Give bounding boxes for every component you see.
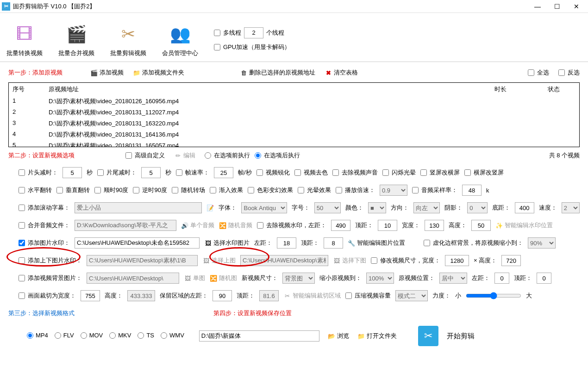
- cw90-checkbox[interactable]: [94, 187, 101, 193]
- exec-before-radio[interactable]: [205, 152, 211, 159]
- shadow-select[interactable]: 0: [467, 202, 487, 213]
- speed-checkbox[interactable]: [336, 187, 342, 193]
- convert-video-button[interactable]: 🎞 批量转换视频: [6, 21, 43, 57]
- format-mkv-radio[interactable]: MKV: [109, 332, 131, 339]
- bottom-margin-input[interactable]: [515, 202, 534, 213]
- flash-checkbox[interactable]: [382, 169, 389, 176]
- tail-trim-checkbox[interactable]: [97, 169, 104, 176]
- wm-height-input[interactable]: [471, 220, 491, 231]
- img-wm-top-input[interactable]: [324, 237, 343, 249]
- add-video-button[interactable]: 🎬添加视频: [90, 68, 124, 77]
- gpu-checkbox[interactable]: [214, 44, 220, 50]
- remove-audio-checkbox[interactable]: [332, 169, 339, 176]
- start-edit-icon-button[interactable]: ✂: [418, 326, 438, 346]
- resize-video-checkbox[interactable]: [371, 257, 377, 264]
- fade-in-checkbox[interactable]: [210, 187, 216, 193]
- maximize-button[interactable]: ☐: [547, 0, 567, 12]
- color-select[interactable]: ■: [368, 202, 386, 213]
- choose-bottom-image-button[interactable]: 🖼选择下图: [333, 256, 366, 265]
- browse-button[interactable]: 📂浏览: [328, 332, 349, 340]
- compress-slider[interactable]: [466, 292, 521, 299]
- choose-top-image-button[interactable]: 🖼选择上图: [202, 256, 236, 265]
- resize-height-input[interactable]: [501, 255, 521, 266]
- glow-checkbox[interactable]: [298, 187, 304, 193]
- invert-selection-checkbox[interactable]: [558, 69, 565, 76]
- add-image-watermark-checkbox[interactable]: [19, 240, 25, 246]
- watermark-image-path-input[interactable]: [75, 237, 200, 249]
- new-size-select[interactable]: 背景图: [282, 273, 315, 284]
- add-folder-button[interactable]: 📁添加视频文件夹: [133, 68, 184, 77]
- fps-checkbox[interactable]: [176, 169, 182, 176]
- crop-height-input[interactable]: [127, 290, 155, 301]
- close-button[interactable]: ✕: [567, 0, 586, 12]
- portrait-to-landscape-checkbox[interactable]: [420, 169, 427, 176]
- merge-video-button[interactable]: 🎬 批量合并视频: [58, 21, 94, 57]
- random-audio-button[interactable]: 🔀随机音频: [219, 221, 252, 230]
- sharpen-checkbox[interactable]: [256, 169, 263, 176]
- compress-mode-select[interactable]: 模式二: [395, 290, 428, 301]
- delete-selected-button[interactable]: 🗑删除已选择的原视频地址: [240, 68, 315, 77]
- format-mov-radio[interactable]: MOV: [81, 332, 103, 339]
- img-wm-left-input[interactable]: [277, 237, 296, 249]
- keep-left-input[interactable]: [213, 290, 232, 301]
- compress-checkbox[interactable]: [345, 292, 352, 299]
- bottom-image-path-input[interactable]: [240, 255, 328, 266]
- wm-width-input[interactable]: [425, 220, 444, 231]
- crop-checkbox[interactable]: [19, 292, 25, 299]
- format-ts-radio[interactable]: TS: [138, 332, 154, 339]
- minimize-button[interactable]: —: [528, 0, 547, 12]
- add-top-bottom-image-checkbox[interactable]: [19, 257, 25, 264]
- tail-trim-input[interactable]: [141, 167, 161, 178]
- speed-select[interactable]: 0.9: [380, 185, 407, 196]
- audio-rate-input[interactable]: [462, 185, 482, 196]
- color-shift-checkbox[interactable]: [248, 187, 254, 193]
- marquee-speed-select[interactable]: 2: [562, 202, 580, 213]
- choose-watermark-image-button[interactable]: 🖼选择水印图片: [204, 239, 250, 247]
- blur-border-checkbox[interactable]: [424, 240, 430, 246]
- vflip-checkbox[interactable]: [56, 187, 63, 193]
- shrink-select[interactable]: 90%: [528, 237, 556, 249]
- hflip-checkbox[interactable]: [19, 187, 25, 193]
- edit-button[interactable]: ✏编辑: [174, 151, 195, 160]
- table-row[interactable]: 3D:\固乔\素材\视频\video_20180131_163220.mp4: [9, 118, 579, 129]
- audio-rate-checkbox[interactable]: [412, 187, 419, 193]
- crop-width-input[interactable]: [81, 290, 100, 301]
- merge-audio-checkbox[interactable]: [19, 222, 25, 229]
- font-select[interactable]: Book Antiqu: [241, 202, 287, 213]
- edit-video-button[interactable]: ✂ 批量剪辑视频: [110, 21, 146, 57]
- font-size-select[interactable]: 50: [314, 202, 341, 213]
- single-bg-button[interactable]: 🖼单图: [184, 274, 205, 282]
- bg-image-path-input[interactable]: [87, 273, 179, 284]
- top-image-path-input[interactable]: [87, 255, 198, 266]
- advanced-checkbox[interactable]: [125, 152, 132, 159]
- clear-table-button[interactable]: ✖清空表格: [325, 68, 358, 77]
- wm-top-input[interactable]: [378, 220, 397, 231]
- select-all-checkbox[interactable]: [528, 69, 534, 76]
- direction-select[interactable]: 向左: [413, 202, 440, 213]
- random-bg-button[interactable]: 🔀随机图: [210, 274, 237, 282]
- save-path-input[interactable]: [199, 330, 319, 342]
- member-center-button[interactable]: 👥 会员管理中心: [162, 21, 198, 57]
- fps-input[interactable]: [214, 167, 233, 178]
- start-edit-label[interactable]: 开始剪辑: [447, 332, 475, 341]
- marquee-checkbox[interactable]: [19, 205, 25, 211]
- audio-path-input[interactable]: [75, 220, 176, 231]
- head-trim-input[interactable]: [63, 167, 82, 178]
- table-row[interactable]: 2D:\固乔\素材\视频\video_20180131_112027.mp4: [9, 107, 579, 118]
- format-wmv-radio[interactable]: WMV: [161, 332, 184, 339]
- bg-top-input[interactable]: [537, 273, 551, 284]
- head-trim-checkbox[interactable]: [19, 169, 25, 176]
- add-bg-image-checkbox[interactable]: [19, 275, 25, 281]
- thread-count-input[interactable]: [244, 27, 263, 38]
- landscape-to-portrait-checkbox[interactable]: [464, 169, 471, 176]
- single-audio-button[interactable]: 🔊单个音频: [181, 221, 214, 230]
- desaturate-checkbox[interactable]: [294, 169, 301, 176]
- smart-image-position-button[interactable]: 🔧智能编辑图片位置: [348, 239, 405, 247]
- resize-width-input[interactable]: [445, 255, 469, 266]
- keep-top-input[interactable]: [259, 290, 279, 301]
- bg-left-input[interactable]: [494, 273, 509, 284]
- multithread-checkbox[interactable]: [214, 30, 220, 36]
- orig-position-select[interactable]: 居中: [439, 273, 467, 284]
- ccw90-checkbox[interactable]: [133, 187, 139, 193]
- remove-watermark-checkbox[interactable]: [257, 222, 263, 229]
